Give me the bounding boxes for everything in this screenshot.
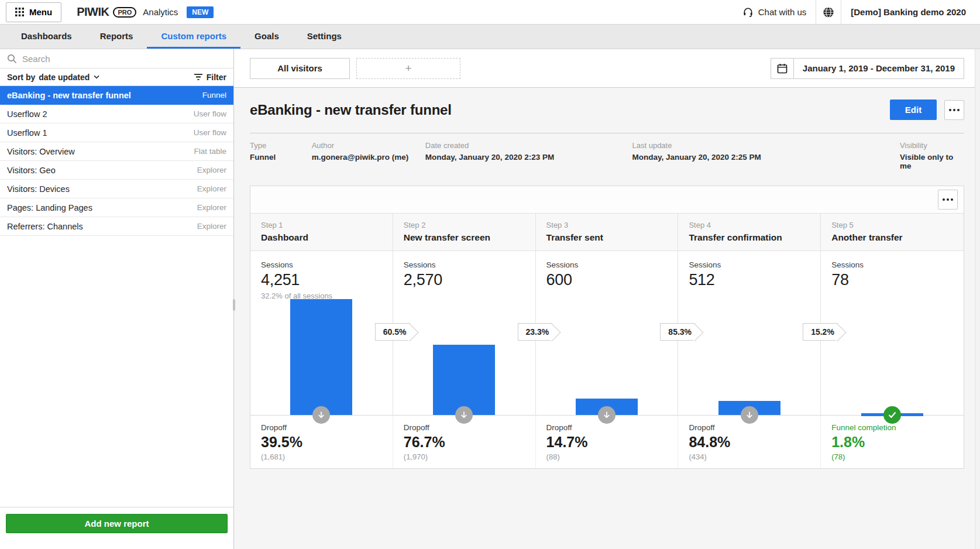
meta-value: Monday, January 20, 2020 2:25 PM (632, 153, 899, 162)
dropoff-count: (1,681) (261, 452, 382, 461)
dropoff-value: 39.5% (261, 434, 382, 451)
nav-tab-dashboards[interactable]: Dashboards (7, 25, 86, 49)
nav-tabs: DashboardsReportsCustom reportsGoalsSett… (7, 25, 356, 49)
meta-visibility: VisibilityVisible only to me (900, 141, 964, 170)
add-segment-button[interactable]: + (356, 58, 460, 79)
dropoff-value: 76.7% (404, 434, 525, 451)
report-name: Userflow 1 (7, 128, 47, 138)
dropoff-label: Dropoff (546, 423, 668, 432)
report-name: Userflow 2 (7, 109, 47, 119)
report-list-item-userflow-1[interactable]: Userflow 1User flow (0, 123, 233, 142)
report-list-item-referrers-channels[interactable]: Referrers: ChannelsExplorer (0, 217, 233, 236)
site-selector[interactable]: [Demo] Banking demo 2020 (841, 7, 972, 17)
conversion-badge: 85.3% (660, 323, 695, 341)
sessions-value: 2,570 (404, 271, 525, 289)
meta-label: Author (312, 141, 425, 150)
topbar: Menu PIWIK PRO Analytics NEW Chat with u… (0, 0, 980, 25)
filter-label: Filter (207, 73, 226, 82)
date-range-picker[interactable]: January 1, 2019 - December 31, 2019 (771, 58, 964, 79)
funnel-bar (290, 299, 352, 415)
funnel-step-header: Step 4Transfer confirmation (678, 214, 821, 251)
main-panel: All visitors + January 1, 2019 - Decembe… (234, 49, 980, 549)
search-icon (7, 54, 17, 64)
report-list-item-visitors-geo[interactable]: Visitors: GeoExplorer (0, 161, 233, 180)
report-type-badge: Explorer (197, 184, 226, 193)
sessions-label: Sessions (261, 260, 382, 269)
funnel-more-button[interactable] (938, 190, 958, 210)
dropoff-label: Dropoff (689, 423, 810, 432)
nav-tab-goals[interactable]: Goals (240, 25, 293, 49)
report-type-badge: Funnel (202, 91, 226, 99)
search-row (0, 49, 233, 68)
dropoff-arrow-icon (598, 406, 615, 424)
funnel-step-header: Step 3Transfer sent (536, 214, 679, 251)
report-name: Visitors: Overview (7, 147, 75, 156)
chat-label: Chat with us (758, 7, 807, 17)
conversion-badge: 60.5% (375, 323, 410, 341)
report-name: Referrers: Channels (7, 222, 83, 231)
sessions-value: 78 (831, 271, 953, 289)
sessions-label: Sessions (404, 260, 525, 269)
sidebar-resize-handle[interactable] (233, 299, 235, 311)
report-list-item-ebanking-new-transfer-funnel[interactable]: eBanking - new transfer funnelFunnel (0, 86, 233, 105)
step-number: Step 4 (689, 221, 810, 229)
chat-with-us-button[interactable]: Chat with us (733, 0, 816, 24)
dropoff-value: 14.7% (546, 434, 668, 451)
dropoff-label: Dropoff (404, 423, 525, 432)
meta-label: Last update (632, 141, 899, 150)
search-input[interactable] (22, 54, 226, 64)
meta-last-update: Last updateMonday, January 20, 2020 2:25… (632, 141, 899, 170)
funnel-toolbar (250, 186, 964, 214)
report-list-item-visitors-overview[interactable]: Visitors: OverviewFlat table (0, 142, 233, 161)
completion-check-icon (883, 406, 901, 424)
menu-label: Menu (29, 7, 52, 17)
step-name: Dashboard (261, 232, 382, 243)
report-type-badge: Explorer (197, 166, 226, 174)
scrollbar-track[interactable] (975, 49, 980, 549)
report-list-item-userflow-2[interactable]: Userflow 2User flow (0, 105, 233, 123)
nav-tab-settings[interactable]: Settings (293, 25, 356, 49)
edit-button[interactable]: Edit (890, 99, 937, 120)
step-number: Step 3 (546, 221, 668, 229)
meta-date-created: Date createdMonday, January 20, 2020 2:2… (425, 141, 632, 170)
meta-label: Visibility (900, 141, 964, 150)
add-new-report-button[interactable]: Add new report (6, 514, 228, 533)
nav-tab-reports[interactable]: Reports (86, 25, 147, 49)
step-number: Step 5 (831, 221, 953, 229)
new-badge: NEW (187, 6, 214, 18)
sidebar: Sort by date updated Filter eBanking - n… (0, 49, 234, 549)
filter-button[interactable]: Filter (194, 73, 226, 82)
brand-pro: PRO (113, 7, 136, 18)
report-name: Visitors: Geo (7, 166, 56, 175)
more-icon (949, 109, 960, 111)
chevron-down-icon (94, 75, 99, 79)
headset-icon (742, 6, 754, 18)
step-name: New transfer screen (404, 232, 525, 243)
sort-value-dropdown[interactable]: date updated (39, 73, 99, 82)
brand-product: Analytics (143, 7, 178, 17)
report-more-button[interactable] (944, 100, 964, 120)
report-list: eBanking - new transfer funnelFunnelUser… (0, 86, 233, 507)
filter-icon (194, 74, 202, 80)
dropoff-arrow-icon (455, 406, 473, 424)
menu-button[interactable]: Menu (6, 2, 61, 22)
report-name: eBanking - new transfer funnel (7, 91, 131, 100)
funnel-card: Step 1DashboardStep 2New transfer screen… (250, 186, 964, 469)
segment-tab-all-visitors[interactable]: All visitors (250, 58, 350, 79)
meta-label: Date created (425, 141, 632, 150)
meta-value: Funnel (250, 153, 312, 162)
dropoff-arrow-icon (741, 406, 758, 424)
funnel-completion-value: 1.8% (831, 434, 953, 451)
dropoff-label: Dropoff (261, 423, 382, 432)
report-name: Pages: Landing Pages (7, 203, 92, 212)
report-type-badge: User flow (194, 128, 226, 137)
report-list-item-pages-landing-pages[interactable]: Pages: Landing PagesExplorer (0, 198, 233, 217)
step-name: Another transfer (831, 232, 953, 243)
report-list-item-visitors-devices[interactable]: Visitors: DevicesExplorer (0, 180, 233, 198)
meta-label: Type (250, 141, 312, 150)
sort-row: Sort by date updated Filter (0, 68, 233, 86)
nav-tab-custom-reports[interactable]: Custom reports (147, 25, 240, 49)
funnel-step-body: Sessions4,25132.2% of all sessions (250, 251, 393, 416)
page-title: eBanking - new transfer funnel (250, 102, 452, 118)
globe-button[interactable] (816, 0, 841, 24)
